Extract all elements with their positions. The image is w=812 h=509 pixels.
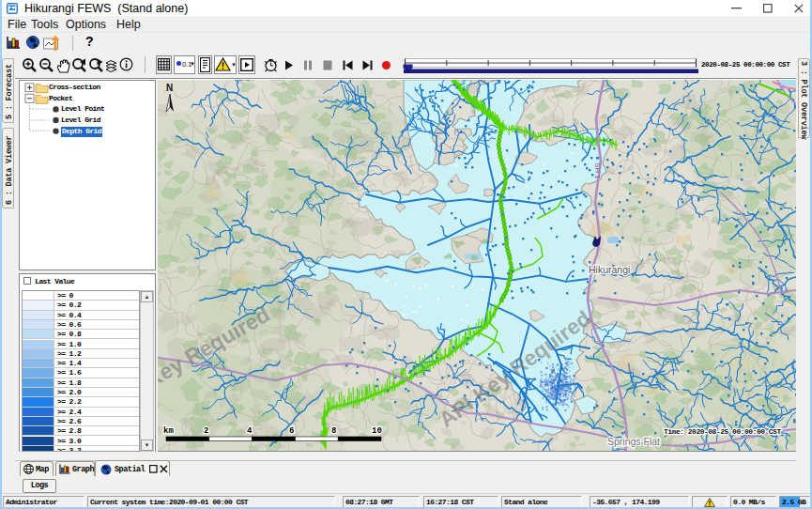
svg-text:Time: 2020-08-25 00:00:00 CST: Time: 2020-08-25 00:00:00 CST [664, 427, 781, 436]
svg-text:Hikurangi: Hikurangi [589, 264, 630, 275]
svg-text:SH 1: SH 1 [593, 162, 602, 179]
svg-text:Springs Flat: Springs Flat [607, 436, 660, 447]
svg-text:km: km [163, 426, 174, 436]
svg-text:8: 8 [331, 426, 336, 436]
svg-text:2: 2 [204, 426, 208, 436]
svg-text:N: N [166, 83, 173, 93]
svg-text:4: 4 [247, 426, 253, 436]
svg-text:6: 6 [289, 426, 294, 436]
svg-text:10: 10 [372, 426, 382, 436]
